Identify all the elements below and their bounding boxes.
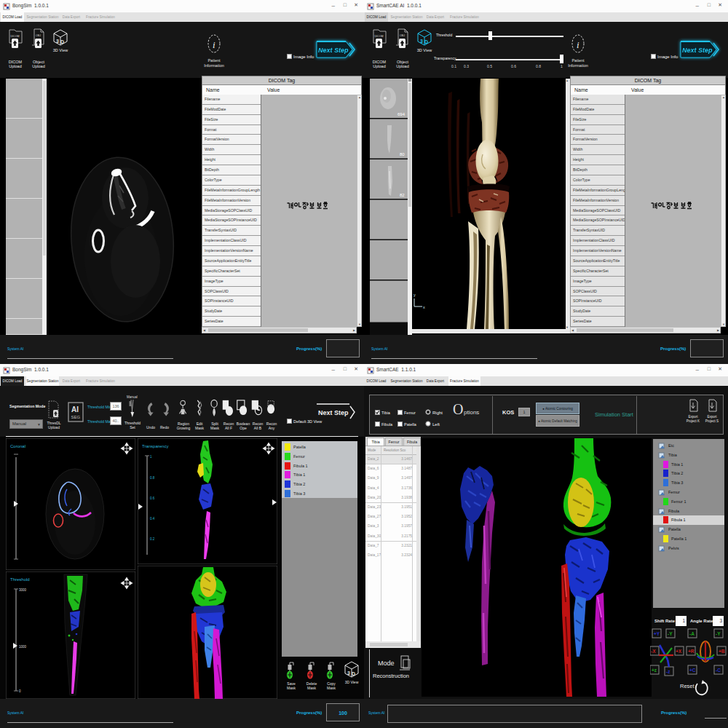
svg-text:Next Step: Next Step	[318, 47, 349, 54]
svg-text:x: x	[423, 305, 425, 309]
svg-text:-Y: -Y	[716, 631, 721, 636]
svg-text:Manual: Manual	[127, 395, 138, 399]
svg-text:i: i	[213, 39, 215, 50]
svg-text:D: D	[60, 39, 64, 44]
svg-text:1000: 1000	[19, 645, 27, 649]
svg-text:+X: +X	[676, 649, 682, 654]
svg-text:Transparency: Transparency	[142, 444, 168, 448]
svg-text:Threshold: Threshold	[10, 577, 30, 582]
svg-text:3: 3	[347, 670, 350, 676]
svg-text:OBJ: OBJ	[36, 34, 41, 37]
svg-text:3: 3	[56, 39, 59, 44]
svg-text:0.6: 0.6	[150, 496, 155, 500]
svg-text:80: 80	[400, 152, 405, 157]
svg-text:+C: +C	[689, 668, 696, 673]
svg-text:3000: 3000	[19, 588, 27, 592]
svg-text:SEG: SEG	[71, 415, 81, 419]
svg-text:0.4: 0.4	[150, 517, 155, 521]
svg-text:0.8: 0.8	[150, 476, 155, 480]
svg-text:i: i	[577, 39, 579, 50]
svg-text:Undo: Undo	[146, 425, 155, 430]
svg-text:-Y: -Y	[668, 631, 673, 636]
svg-text:DICOM: DICOM	[11, 35, 20, 38]
svg-text:-C: -C	[716, 668, 721, 673]
svg-text:Next Step: Next Step	[682, 47, 713, 54]
svg-text:82: 82	[400, 193, 405, 197]
svg-text:-X: -X	[651, 649, 656, 654]
svg-text:Next Step: Next Step	[318, 409, 349, 416]
svg-text:3: 3	[420, 39, 423, 44]
svg-text:-A: -A	[689, 631, 695, 636]
svg-text:y: y	[414, 293, 416, 297]
svg-text:0.2: 0.2	[150, 537, 155, 541]
svg-text:+B: +B	[719, 649, 725, 654]
svg-text:694: 694	[397, 112, 405, 116]
svg-text:+z: +z	[652, 668, 657, 673]
svg-text:D: D	[352, 671, 355, 676]
svg-text:DICOM: DICOM	[375, 35, 384, 38]
svg-text:AI: AI	[71, 405, 79, 414]
svg-text:Coronal: Coronal	[10, 444, 25, 448]
svg-text:OBJ: OBJ	[400, 34, 405, 37]
svg-text:Redo: Redo	[160, 425, 169, 430]
svg-text:-z: -z	[666, 669, 670, 674]
svg-text:+Y: +Y	[654, 631, 660, 636]
svg-text:+R: +R	[688, 649, 695, 654]
svg-text:D: D	[424, 39, 428, 44]
